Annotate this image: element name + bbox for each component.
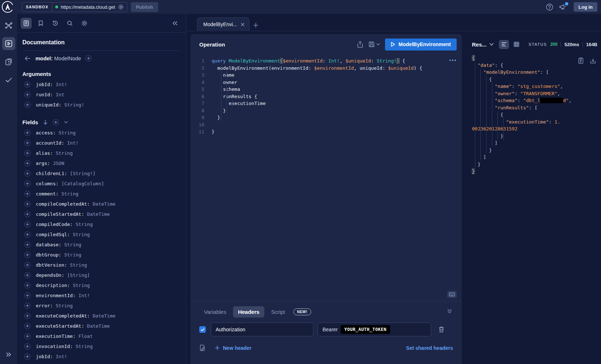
add-field-plus-icon[interactable]: [24, 201, 31, 207]
header-key-input[interactable]: Authorization: [211, 323, 313, 336]
add-field-plus-icon[interactable]: [24, 191, 31, 197]
field-row[interactable]: environmentId: Int!: [22, 290, 181, 300]
add-model-button[interactable]: [85, 55, 92, 61]
response-json[interactable]: { "data": { "modelByEnvironment": [ { "n…: [472, 54, 597, 364]
close-tab-icon[interactable]: [241, 23, 245, 27]
add-field-plus-icon[interactable]: [24, 333, 31, 339]
header-value-input[interactable]: Bearer YOUR_AUTH_TOKEN: [318, 323, 431, 336]
field-row[interactable]: accountId: Int!: [22, 138, 181, 148]
add-field-plus-icon[interactable]: [24, 181, 31, 187]
add-field-plus-icon[interactable]: [24, 170, 31, 177]
checklist-icon[interactable]: [2, 73, 15, 86]
query-editor[interactable]: 1query ModelByEnvironment($environmentId…: [191, 54, 462, 301]
collapse-panel-chevrons-icon[interactable]: [170, 18, 181, 29]
add-argument-plus-icon[interactable]: [24, 92, 31, 98]
response-title-dropdown[interactable]: Res...: [472, 41, 494, 48]
field-row[interactable]: description: String: [22, 280, 181, 290]
add-field-plus-icon[interactable]: [24, 353, 31, 360]
endpoint-url-text[interactable]: https://metadata.cloud.get: [61, 4, 115, 10]
add-field-plus-icon[interactable]: [24, 140, 31, 146]
tab-script[interactable]: Script: [267, 306, 290, 318]
delete-header-trash-icon[interactable]: [438, 326, 444, 333]
add-field-plus-icon[interactable]: [24, 231, 31, 238]
environment-variables-icon[interactable]: [199, 344, 205, 351]
back-arrow-icon[interactable]: [24, 56, 31, 61]
fields-options-chevron-icon[interactable]: [64, 121, 68, 124]
add-field-plus-icon[interactable]: [24, 282, 31, 288]
field-row[interactable]: compileCompletedAt: DateTime: [22, 199, 181, 209]
collapse-dock-chevrons-icon[interactable]: [447, 308, 452, 314]
field-row[interactable]: access: String: [22, 128, 181, 138]
add-field-plus-icon[interactable]: [24, 150, 31, 156]
add-field-plus-icon[interactable]: [24, 262, 31, 268]
expand-rail-chevrons-icon[interactable]: [0, 352, 17, 357]
auth-token-value[interactable]: YOUR_AUTH_TOKEN: [341, 325, 390, 334]
add-field-plus-icon[interactable]: [24, 323, 31, 329]
editor-options-dots-icon[interactable]: [449, 60, 456, 61]
field-row[interactable]: invocationId: String: [22, 341, 181, 351]
download-response-icon[interactable]: [590, 57, 596, 64]
endpoint-settings-gear-icon[interactable]: [118, 4, 124, 10]
add-field-plus-icon[interactable]: [24, 272, 31, 278]
help-icon[interactable]: [546, 3, 553, 11]
add-all-fields-button[interactable]: [53, 119, 59, 125]
field-row[interactable]: args: JSON: [22, 158, 181, 168]
add-field-plus-icon[interactable]: [24, 343, 31, 349]
documentation-tab-icon[interactable]: [21, 18, 32, 29]
field-row[interactable]: dbtVersion: String: [22, 260, 181, 270]
set-shared-headers-button[interactable]: Set shared headers: [406, 345, 453, 351]
field-row[interactable]: comment: String: [22, 189, 181, 199]
bookmark-icon[interactable]: [35, 18, 46, 29]
new-header-button[interactable]: New header: [215, 345, 252, 351]
add-field-plus-icon[interactable]: [24, 130, 31, 136]
new-tab-plus-icon[interactable]: [253, 23, 259, 28]
field-row[interactable]: database: String: [22, 239, 181, 250]
field-row[interactable]: executeStartedAt: DateTime: [22, 321, 181, 331]
argument-row[interactable]: runId: Int: [22, 89, 181, 100]
field-row[interactable]: error: String: [22, 300, 181, 311]
keyboard-shortcuts-icon[interactable]: [447, 291, 457, 298]
save-operation-icon[interactable]: [368, 41, 380, 48]
field-row[interactable]: dbtGroup: String: [22, 250, 181, 260]
field-row[interactable]: compileStartedAt: DateTime: [22, 209, 181, 219]
sandbox-pages-icon[interactable]: [2, 55, 15, 68]
add-field-plus-icon[interactable]: [24, 303, 31, 309]
operation-tab[interactable]: ModelByEnvi...: [197, 17, 249, 31]
field-row[interactable]: compiledCode: String: [22, 219, 181, 229]
run-operation-button[interactable]: ModelByEnvironment: [385, 39, 457, 50]
copy-response-icon[interactable]: [578, 57, 584, 64]
field-row[interactable]: columns: [CatalogColumn]: [22, 178, 181, 189]
add-argument-plus-icon[interactable]: [24, 81, 31, 88]
argument-row[interactable]: jobId: Int!: [22, 79, 181, 89]
add-field-plus-icon[interactable]: [24, 313, 31, 319]
search-icon[interactable]: [64, 18, 75, 29]
docs-settings-gear-icon[interactable]: [79, 18, 90, 29]
add-field-plus-icon[interactable]: [24, 242, 31, 248]
argument-row[interactable]: uniqueId: String!: [22, 100, 181, 110]
tab-headers[interactable]: Headers: [233, 306, 264, 318]
field-row[interactable]: executionTime: Float: [22, 331, 181, 341]
share-operation-icon[interactable]: [357, 41, 363, 48]
add-field-plus-icon[interactable]: [24, 160, 31, 166]
sort-fields-arrow-icon[interactable]: [43, 120, 48, 125]
field-row[interactable]: jobId: Int!: [22, 351, 181, 361]
add-argument-plus-icon[interactable]: [24, 102, 31, 108]
field-row[interactable]: executeCompletedAt: DateTime: [22, 311, 181, 321]
add-field-plus-icon[interactable]: [24, 252, 31, 258]
table-view-icon[interactable]: [511, 40, 521, 49]
tab-variables[interactable]: Variables: [199, 306, 231, 318]
add-field-plus-icon[interactable]: [24, 292, 31, 299]
endpoint-url-input[interactable]: https://metadata.cloud.get: [52, 3, 127, 12]
announcements-megaphone-icon[interactable]: [559, 3, 567, 11]
add-field-plus-icon[interactable]: [24, 211, 31, 217]
add-field-plus-icon[interactable]: [24, 221, 31, 227]
field-row[interactable]: dependsOn: [String]: [22, 270, 181, 280]
publish-button[interactable]: Publish: [131, 2, 158, 12]
explorer-play-icon[interactable]: [2, 37, 15, 50]
json-view-icon[interactable]: [499, 40, 509, 49]
field-row[interactable]: compiledSql: String: [22, 229, 181, 239]
header-enabled-checkbox[interactable]: [199, 326, 206, 333]
field-row[interactable]: alias: String: [22, 148, 181, 158]
field-row[interactable]: childrenL1: [String!]: [22, 168, 181, 178]
history-icon[interactable]: [50, 18, 61, 29]
